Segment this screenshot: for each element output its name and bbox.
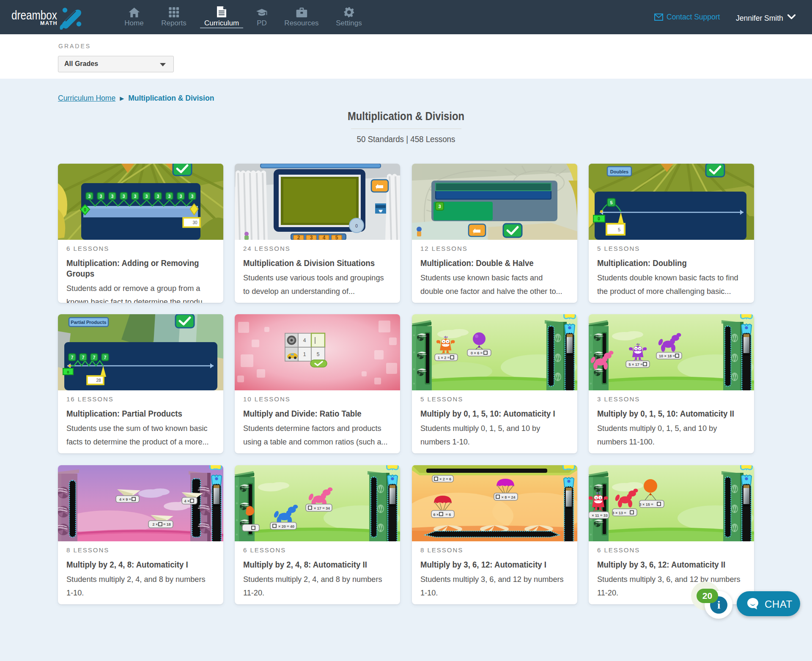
svg-text:10 × 18 =: 10 × 18 = — [659, 354, 675, 358]
svg-text:Doubles: Doubles — [610, 169, 628, 174]
svg-text:3: 3 — [157, 194, 159, 199]
svg-text:4: 4 — [303, 337, 306, 343]
svg-text:7: 7 — [104, 355, 107, 360]
svg-text:3: 3 — [134, 194, 137, 199]
svg-text:× 8 = 24: × 8 = 24 — [501, 495, 515, 499]
svg-text:4 ×: 4 × — [184, 499, 190, 503]
svg-text:3: 3 — [310, 235, 313, 240]
svg-text:3: 3 — [168, 194, 171, 199]
svg-text:0 × 6 =: 0 × 6 = — [471, 351, 483, 355]
svg-text:28: 28 — [96, 378, 101, 383]
svg-text:5: 5 — [317, 351, 320, 357]
svg-text:× 2 = 6: × 2 = 6 — [439, 477, 451, 481]
svg-text:0: 0 — [598, 217, 600, 221]
svg-text:3 × 15 =: 3 × 15 = — [639, 502, 653, 507]
svg-text:0: 0 — [67, 370, 69, 374]
svg-text:Partial Products: Partial Products — [71, 320, 106, 325]
svg-text:MATH: MATH — [40, 20, 58, 26]
svg-text:3: 3 — [111, 194, 114, 199]
svg-text:7: 7 — [82, 355, 85, 360]
svg-text:2 ×: 2 × — [153, 522, 158, 527]
svg-text:5: 5 — [610, 200, 612, 205]
svg-text:3: 3 — [100, 194, 102, 199]
svg-text:2: 2 — [297, 235, 300, 240]
svg-text:7: 7 — [71, 355, 74, 360]
svg-text:5: 5 — [335, 235, 338, 240]
svg-text:× 17 = 34: × 17 = 34 — [314, 506, 330, 510]
svg-text:3: 3 — [145, 194, 148, 199]
svg-text:5: 5 — [618, 227, 620, 232]
svg-text:7: 7 — [93, 355, 96, 360]
svg-text:0: 0 — [84, 208, 86, 212]
svg-text:3: 3 — [180, 194, 182, 199]
svg-text:3: 3 — [123, 194, 125, 199]
svg-text:5 × 17 =: 5 × 17 = — [628, 362, 642, 367]
svg-text:3 × 13 =: 3 × 13 = — [612, 511, 626, 515]
svg-text:× 20 = 40: × 20 = 40 — [278, 524, 294, 529]
svg-text:× 11 = 33: × 11 = 33 — [592, 513, 608, 518]
svg-text:30: 30 — [192, 220, 198, 225]
svg-text:= 18: = 18 — [163, 522, 171, 527]
svg-text:4: 4 — [323, 235, 326, 240]
svg-text:3: 3 — [191, 194, 194, 199]
svg-text:3: 3 — [88, 194, 91, 199]
svg-text:1: 1 — [303, 351, 306, 357]
svg-text:1 × 2 =: 1 × 2 = — [438, 356, 450, 360]
svg-text:4 × 9 =: 4 × 9 = — [119, 497, 131, 502]
svg-text:= 6: = 6 — [446, 513, 451, 517]
svg-text:0: 0 — [355, 224, 358, 228]
svg-text:3: 3 — [438, 204, 441, 209]
svg-text:6 ×: 6 × — [433, 513, 439, 517]
